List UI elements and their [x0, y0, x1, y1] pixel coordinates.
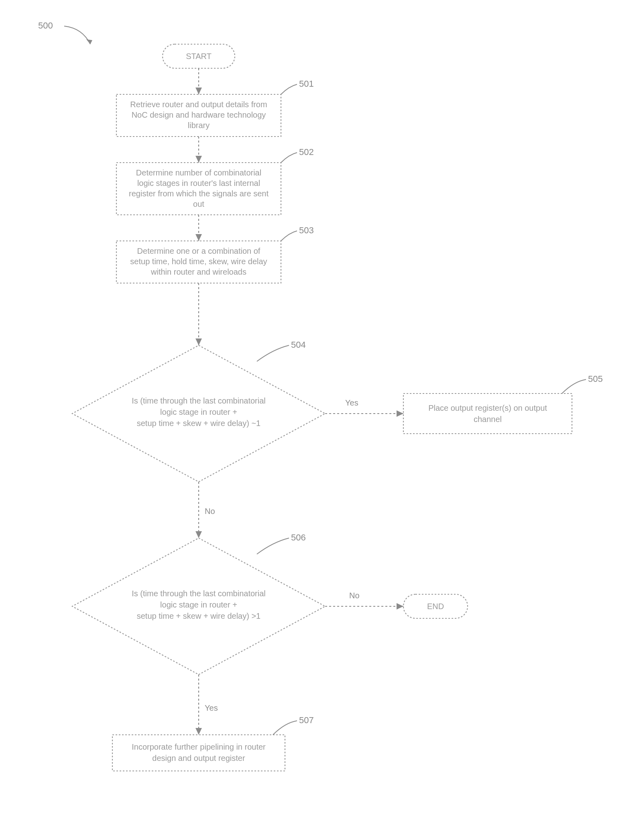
edge-502-503-arrow — [195, 234, 202, 241]
figure-leader — [64, 26, 90, 44]
edge-506-507-arrow — [195, 728, 202, 735]
edge-506-507-label: Yes — [205, 703, 218, 712]
label-505: 505 — [588, 374, 603, 384]
edge-501-502-arrow — [195, 156, 202, 163]
label-504: 504 — [291, 340, 306, 350]
node-502-line2: logic stages in router's last internal — [137, 179, 260, 188]
label-501: 501 — [299, 79, 314, 89]
label-506: 506 — [291, 532, 306, 542]
leader-507 — [273, 721, 297, 735]
edge-503-504-arrow — [195, 338, 202, 345]
label-503: 503 — [299, 225, 314, 235]
edge-504-506-arrow — [195, 531, 202, 538]
leader-504 — [257, 345, 289, 361]
figure-label: 500 — [38, 20, 53, 31]
leader-505 — [562, 379, 586, 393]
edge-504-506-label: No — [205, 507, 215, 516]
node-503-line3: within router and wireloads — [151, 267, 246, 276]
node-506-line2: logic stage in router + — [160, 600, 237, 609]
node-502-line4: out — [193, 200, 204, 208]
end-text: END — [427, 602, 444, 611]
node-506-line1: Is (time through the last combinatorial — [132, 589, 266, 598]
node-503-line1: Determine one or a combination of — [137, 247, 260, 255]
node-503-line2: setup time, hold time, skew, wire delay — [130, 257, 267, 266]
node-507-line2: design and output register — [152, 754, 245, 763]
leader-501 — [281, 84, 297, 94]
node-507 — [112, 735, 285, 771]
label-502: 502 — [299, 147, 314, 157]
node-502-line1: Determine number of combinatorial — [136, 168, 261, 177]
node-502-line3: register from which the signals are sent — [129, 189, 269, 198]
edge-506-end-label: No — [349, 591, 360, 600]
label-507: 507 — [299, 715, 314, 725]
start-text: START — [186, 52, 212, 61]
node-504-line2: logic stage in router + — [160, 408, 237, 416]
node-505-line2: channel — [474, 415, 502, 424]
node-505 — [403, 393, 572, 434]
edge-504-505-arrow — [397, 410, 403, 417]
node-504-line3: setup time + skew + wire delay) ~1 — [137, 419, 260, 428]
edge-504-505-label: Yes — [345, 398, 358, 407]
leader-502 — [281, 153, 297, 163]
node-507-line1: Incorporate further pipelining in router — [132, 742, 266, 751]
figure-leader-arrow — [86, 39, 92, 44]
edge-start-501-arrow — [195, 88, 202, 94]
node-501-line2: NoC design and hardware technology — [132, 110, 266, 119]
node-501-line3: library — [188, 121, 210, 130]
leader-503 — [281, 231, 297, 241]
edge-506-end-arrow — [397, 603, 403, 610]
leader-506 — [257, 538, 289, 554]
node-505-line1: Place output register(s) on output — [428, 404, 547, 412]
node-501-line1: Retrieve router and output details from — [130, 100, 267, 109]
node-506-line3: setup time + skew + wire delay) >1 — [137, 612, 260, 620]
flowchart: 500 START Retrieve router and output det… — [0, 0, 641, 840]
node-504-line1: Is (time through the last combinatorial — [132, 396, 266, 405]
